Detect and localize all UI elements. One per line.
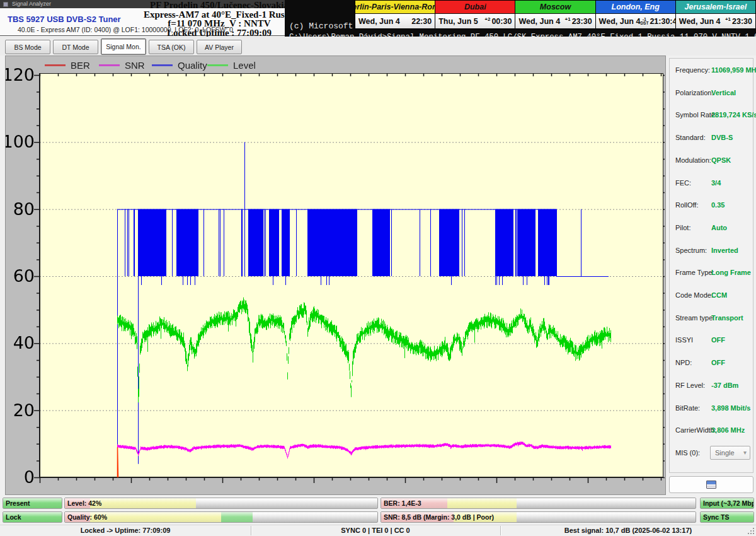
param-row-symbol-rate-: Symbol Rate:2819,724 KS/s (670, 105, 753, 127)
param-row-modulation-: Modulation:QPSK (670, 150, 753, 173)
legend-item-quality: Quality (152, 60, 207, 70)
clock-offset: +1 (565, 16, 571, 22)
param-row-rf-level-: RF Level:-37 dBm (670, 375, 753, 398)
param-row-mis: MIS (0):Single▾ (670, 443, 753, 465)
legend-swatch-ber (45, 64, 66, 66)
param-value: 3,806 MHz (711, 426, 745, 434)
input-bar-label: Input (~3,72 Mbps) (703, 499, 754, 507)
param-label: ISSYI (675, 336, 693, 344)
legend-swatch-level (207, 64, 228, 66)
param-row-standard-: Standard:DVB-S (670, 127, 753, 150)
param-label: Modulation: (675, 156, 711, 164)
tab-bar: BS ModeDT ModeSignal Mon.TSA (OK)AV Play… (0, 37, 756, 55)
param-row-pilot-: Pilot:Auto (670, 218, 753, 240)
ber-bar-label: BER: 1,4E-3 (384, 499, 421, 507)
param-label: FEC: (675, 179, 691, 187)
legend-label: Quality (178, 60, 207, 71)
chevron-down-icon: ▾ (743, 449, 747, 456)
legend-item-level: Level (207, 60, 256, 70)
param-label: CarrierWidth: (675, 426, 716, 434)
tab-tsa-ok-[interactable]: TSA (OK) (149, 40, 194, 54)
param-value: Long Frame (711, 269, 751, 276)
param-row-frame-type-: Frame Type:Long Frame (670, 262, 753, 285)
param-label: NPD: (675, 359, 692, 366)
param-label: Spectrum: (675, 247, 707, 254)
clock-1: DubaiThu, Jun 5+200:30 (435, 1, 515, 28)
param-row-rolloff-: RollOff:0.35 (670, 195, 753, 218)
clock-3: London, EngWed, Jun 4-1DST21:30:44 (596, 1, 676, 28)
window-title: Signal Analyzer (12, 0, 51, 8)
param-value: Auto (711, 224, 727, 231)
clock-0: Berlin-Paris-Vienna-RomaWed, Jun 422:30 (355, 1, 435, 28)
legend-label: Level (233, 60, 256, 71)
param-row-spectrum-: Spectrum:Inverted (670, 240, 753, 263)
param-value: Vertical (711, 89, 736, 96)
param-label: Code Mode: (675, 291, 713, 299)
clock-city: Jerusalem-Israel (676, 1, 755, 14)
status-sync-counters: SYNC 0 | TEI 0 | CC 0 (251, 527, 500, 534)
param-value: QPSK (711, 156, 731, 164)
param-row-bitrate-: BitRate:3,898 Mbit/s (670, 398, 753, 421)
legend-label: SNR (125, 60, 145, 71)
quality-bar-label: Quality: 60% (67, 513, 107, 521)
level-bar-label: Level: 42% (67, 499, 101, 507)
param-row-npd-: NPD:OFF (670, 352, 753, 375)
present-bar-label: Present (6, 499, 30, 507)
param-label: Stream type: (675, 314, 714, 322)
snr-bar-label: SNR: 8,5 dB (Margin: 3,0 dB | Poor) (384, 513, 494, 521)
legend-item-ber: BER (45, 60, 90, 70)
status-bar: Locked -> Uptime: 77:09:09 SYNC 0 | TEI … (0, 525, 756, 536)
legend-label: BER (71, 60, 90, 71)
sync-bar-label: Sync TS (703, 513, 729, 521)
snr-bar: SNR: 8,5 dB (Margin: 3,0 dB | Poor) (381, 511, 696, 523)
sync-bar: Sync TS (700, 511, 754, 523)
param-value: Transport (711, 314, 743, 322)
legend-swatch-quality (152, 64, 173, 66)
parameters-panel: Frequency:11069,959 MHzPolarization:Vert… (666, 55, 756, 495)
param-value: -37 dBm (711, 382, 738, 389)
clock-date: Wed, Jun 4 (518, 17, 564, 26)
header-line-2: Express-AM7 at 40°E_Fixed-1 Russia (144, 10, 295, 20)
param-label: Polarization: (675, 89, 714, 96)
clock-time: 23:30 (732, 17, 752, 26)
param-label: RF Level: (675, 382, 705, 389)
param-row-polarization-: Polarization:Vertical (670, 83, 753, 105)
tab-bs-mode[interactable]: BS Mode (5, 40, 50, 54)
clock-time: 23:30 (572, 17, 592, 26)
stream-list-icon (706, 481, 716, 489)
param-label: MIS (0): (675, 449, 700, 457)
header-line-3: f=11 070 MHz_V : NNTV (144, 19, 295, 28)
stream-info-button[interactable] (669, 476, 753, 493)
tab-signal-mon-[interactable]: Signal Mon. (101, 38, 146, 55)
param-label: Standard: (675, 134, 706, 141)
clock-date: Wed, Jun 4 (358, 17, 411, 26)
clock-city: London, Eng (596, 1, 675, 14)
param-value: OFF (711, 336, 725, 344)
param-row-stream-type-: Stream type:Transport (670, 308, 753, 330)
clock-date: Wed, Jun 4 (679, 17, 725, 26)
clock-offset: +1 (725, 16, 731, 22)
resize-grip[interactable] (747, 527, 755, 535)
present-bar: Present (3, 498, 62, 509)
clock-4: Jerusalem-IsraelWed, Jun 4+123:30 (676, 1, 755, 28)
param-label: Frequency: (675, 66, 710, 74)
param-value: Inverted (711, 247, 738, 254)
signal-chart-canvas (6, 56, 665, 494)
param-value: DVB-S (711, 134, 733, 141)
world-clocks-window[interactable]: Berlin-Paris-Vienna-RomaWed, Jun 422:30D… (355, 0, 756, 29)
status-best-signal: Best signal: 10,7 dB (2025-06-02 13:17) (500, 527, 756, 534)
clock-time: 00:30 (491, 17, 512, 26)
header-line-1: PF Prodelin 450/Lučenec-Slovakia (144, 1, 295, 10)
tab-av-player[interactable]: AV Player (197, 40, 242, 54)
level-bar: Level: 42% (64, 498, 378, 509)
tab-dt-mode[interactable]: DT Mode (53, 40, 98, 54)
mis-dropdown[interactable]: Single▾ (710, 446, 750, 460)
param-label: RollOff: (675, 201, 698, 209)
param-value: 0.35 (711, 201, 724, 209)
lock-bar: Lock (3, 511, 62, 523)
param-row-carrierwidth-: CarrierWidth:3,806 MHz (670, 420, 753, 443)
param-value: OFF (711, 359, 725, 366)
parameters-box: Frequency:11069,959 MHzPolarization:Vert… (669, 58, 753, 473)
clock-dst-offset: -1DST (640, 18, 648, 26)
clock-city: Dubai (435, 1, 515, 14)
